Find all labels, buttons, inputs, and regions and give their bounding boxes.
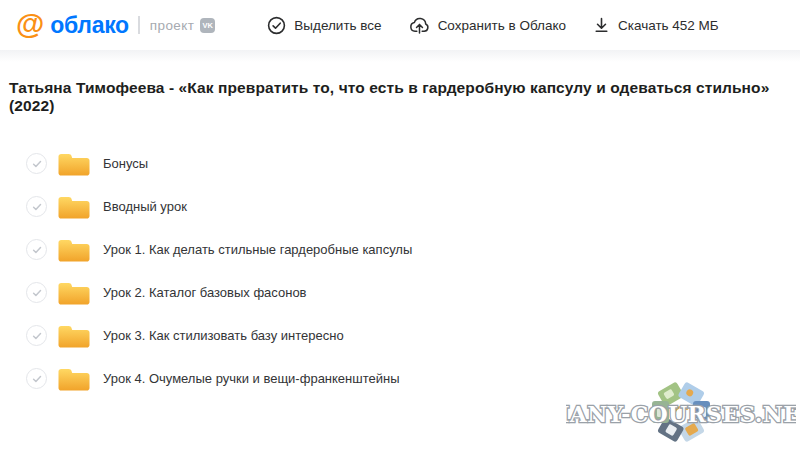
download-label: Скачать 452 МБ (618, 18, 719, 33)
list-item[interactable]: Урок 1. Как делать стильные гардеробные … (0, 228, 800, 271)
folder-icon[interactable] (57, 194, 91, 220)
download-icon (593, 16, 610, 34)
header: @ облако проект VK Выделить все (0, 0, 800, 50)
save-to-cloud-button[interactable]: Сохранить в Облако (409, 15, 566, 35)
item-checkbox[interactable] (26, 239, 47, 260)
check-circle-icon (267, 16, 286, 35)
watermark-text: MANY-COURSES.NET (566, 401, 796, 427)
download-button[interactable]: Скачать 452 МБ (593, 16, 719, 34)
item-checkbox[interactable] (26, 325, 47, 346)
item-label[interactable]: Урок 3. Как стилизовать базу интересно (103, 328, 344, 343)
header-actions: Выделить все Сохранить в Облако (267, 15, 718, 35)
vk-logo-icon: VK (200, 18, 215, 33)
cloud-logo[interactable]: @ облако проект VK (16, 12, 215, 39)
item-label[interactable]: Бонусы (103, 156, 148, 171)
item-label[interactable]: Урок 4. Очумелые ручки и вещи-франкенште… (103, 371, 400, 386)
folder-icon[interactable] (57, 151, 91, 177)
list-item[interactable]: Урок 2. Каталог базовых фасонов (0, 271, 800, 314)
folder-icon[interactable] (57, 323, 91, 349)
project-label: проект (150, 18, 194, 33)
item-checkbox[interactable] (26, 196, 47, 217)
brand-name: облако (50, 12, 129, 39)
item-checkbox[interactable] (26, 368, 47, 389)
mailru-at-icon: @ (16, 10, 44, 39)
folder-icon[interactable] (57, 366, 91, 392)
cloud-upload-icon (409, 15, 430, 35)
file-list: Бонусы Вводный ур (0, 142, 800, 400)
logo-divider (138, 16, 140, 34)
list-item[interactable]: Урок 4. Очумелые ручки и вещи-франкенште… (0, 357, 800, 400)
main-content: Татьяна Тимофеева - «Как превратить то, … (0, 79, 800, 400)
list-item[interactable]: Вводный урок (0, 185, 800, 228)
item-label[interactable]: Вводный урок (103, 199, 187, 214)
list-item[interactable]: Урок 3. Как стилизовать базу интересно (0, 314, 800, 357)
item-label[interactable]: Урок 1. Как делать стильные гардеробные … (103, 242, 412, 257)
save-to-cloud-label: Сохранить в Облако (438, 18, 566, 33)
select-all-button[interactable]: Выделить все (267, 16, 381, 35)
item-checkbox[interactable] (26, 282, 47, 303)
folder-icon[interactable] (57, 237, 91, 263)
item-label[interactable]: Урок 2. Каталог базовых фасонов (103, 285, 307, 300)
item-checkbox[interactable] (26, 153, 47, 174)
header-shadow (0, 50, 800, 62)
folder-icon[interactable] (57, 280, 91, 306)
select-all-label: Выделить все (294, 18, 381, 33)
page-title: Татьяна Тимофеева - «Как превратить то, … (9, 79, 786, 115)
list-item[interactable]: Бонусы (0, 142, 800, 185)
cloud-share-page: @ облако проект VK Выделить все (0, 0, 800, 449)
